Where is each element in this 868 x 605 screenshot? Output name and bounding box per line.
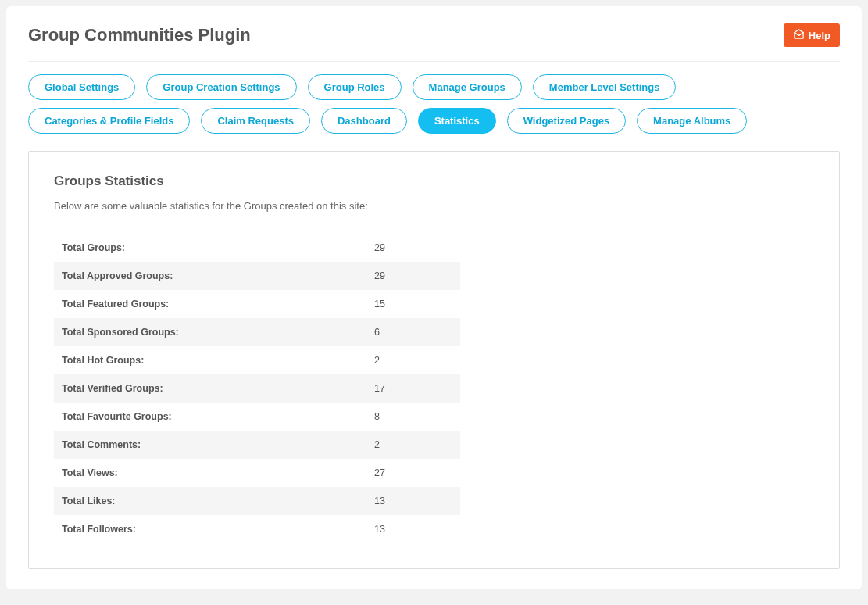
stat-label: Total Hot Groups: bbox=[54, 346, 366, 374]
table-row: Total Followers:13 bbox=[54, 515, 460, 543]
stat-value: 17 bbox=[366, 374, 460, 403]
stat-label: Total Sponsored Groups: bbox=[54, 318, 366, 346]
table-row: Total Likes:13 bbox=[54, 487, 460, 515]
stat-value: 27 bbox=[366, 459, 460, 487]
tab-widgetized-pages[interactable]: Widgetized Pages bbox=[507, 108, 626, 134]
stat-value: 6 bbox=[366, 318, 460, 346]
tab-dashboard[interactable]: Dashboard bbox=[321, 108, 407, 134]
stat-value: 29 bbox=[366, 262, 460, 290]
table-row: Total Comments:2 bbox=[54, 431, 460, 459]
stat-label: Total Favourite Groups: bbox=[54, 403, 366, 431]
stat-label: Total Featured Groups: bbox=[54, 290, 366, 318]
tab-manage-albums[interactable]: Manage Albums bbox=[637, 108, 747, 134]
admin-panel: Group Communities Plugin Help Global Set… bbox=[6, 6, 862, 589]
stat-value: 8 bbox=[366, 403, 460, 431]
table-row: Total Views:27 bbox=[54, 459, 460, 487]
stat-value: 13 bbox=[366, 487, 460, 515]
stat-label: Total Groups: bbox=[54, 234, 366, 262]
tab-categories-profile-fields[interactable]: Categories & Profile Fields bbox=[28, 108, 190, 134]
stat-value: 2 bbox=[366, 431, 460, 459]
table-row: Total Favourite Groups:8 bbox=[54, 403, 460, 431]
tab-member-level-settings[interactable]: Member Level Settings bbox=[533, 74, 677, 100]
table-row: Total Approved Groups:29 bbox=[54, 262, 460, 290]
stat-label: Total Comments: bbox=[54, 431, 366, 459]
stat-label: Total Approved Groups: bbox=[54, 262, 366, 290]
section-title: Groups Statistics bbox=[54, 174, 814, 189]
header-row: Group Communities Plugin Help bbox=[28, 23, 840, 62]
tab-statistics[interactable]: Statistics bbox=[418, 108, 496, 134]
tab-manage-groups[interactable]: Manage Groups bbox=[413, 74, 522, 100]
stat-label: Total Likes: bbox=[54, 487, 366, 515]
table-row: Total Groups:29 bbox=[54, 234, 460, 262]
tab-group-roles[interactable]: Group Roles bbox=[308, 74, 402, 100]
content-box: Groups Statistics Below are some valuabl… bbox=[28, 151, 840, 569]
stat-value: 29 bbox=[366, 234, 460, 262]
stat-value: 15 bbox=[366, 290, 460, 318]
stat-label: Total Views: bbox=[54, 459, 366, 487]
stats-table: Total Groups:29Total Approved Groups:29T… bbox=[54, 234, 460, 543]
table-row: Total Featured Groups:15 bbox=[54, 290, 460, 318]
stat-label: Total Verified Groups: bbox=[54, 374, 366, 403]
stat-value: 2 bbox=[366, 346, 460, 374]
tab-claim-requests[interactable]: Claim Requests bbox=[201, 108, 310, 134]
table-row: Total Sponsored Groups:6 bbox=[54, 318, 460, 346]
table-row: Total Hot Groups:2 bbox=[54, 346, 460, 374]
help-label: Help bbox=[809, 30, 830, 41]
page-title: Group Communities Plugin bbox=[28, 25, 251, 45]
stat-value: 13 bbox=[366, 515, 460, 543]
section-desc: Below are some valuable statistics for t… bbox=[54, 200, 814, 212]
tabs-nav: Global SettingsGroup Creation SettingsGr… bbox=[28, 74, 840, 134]
tab-group-creation-settings[interactable]: Group Creation Settings bbox=[146, 74, 296, 100]
envelope-open-icon bbox=[793, 28, 805, 42]
table-row: Total Verified Groups:17 bbox=[54, 374, 460, 403]
tab-global-settings[interactable]: Global Settings bbox=[28, 74, 135, 100]
help-button[interactable]: Help bbox=[784, 23, 840, 47]
stat-label: Total Followers: bbox=[54, 515, 366, 543]
